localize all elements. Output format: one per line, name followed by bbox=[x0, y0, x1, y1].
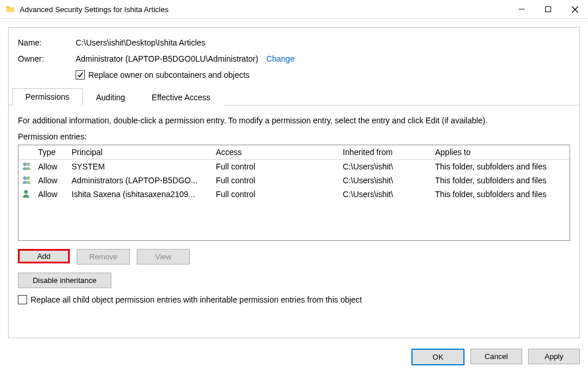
svg-point-2 bbox=[27, 163, 30, 166]
permission-grid: Type Principal Access Inherited from App… bbox=[18, 145, 570, 241]
cell-applies: This folder, subfolders and files bbox=[435, 176, 570, 185]
cell-inherited: C:\Users\ishit\ bbox=[343, 176, 435, 185]
titlebar: Advanced Security Settings for Ishita Ar… bbox=[0, 0, 588, 19]
cell-applies: This folder, subfolders and files bbox=[435, 162, 570, 171]
main-panel: Name: C:\Users\ishit\Desktop\Ishita Arti… bbox=[8, 27, 580, 338]
minimize-button[interactable] bbox=[508, 0, 535, 18]
window-title: Advanced Security Settings for Ishita Ar… bbox=[20, 5, 508, 14]
grid-header: Type Principal Access Inherited from App… bbox=[18, 145, 570, 160]
window-controls bbox=[508, 0, 588, 18]
disable-inheritance-button[interactable]: Disable inheritance bbox=[18, 273, 111, 288]
table-row[interactable]: AllowAdministrators (LAPTOP-B5DGO...Full… bbox=[18, 173, 570, 187]
tab-strip: Permissions Auditing Effective Access bbox=[9, 89, 579, 105]
maximize-button[interactable] bbox=[535, 0, 561, 18]
replace-child-checkbox[interactable] bbox=[18, 295, 27, 304]
col-principal-header[interactable]: Principal bbox=[72, 148, 216, 157]
svg-point-3 bbox=[23, 176, 27, 180]
cell-inherited: C:\Users\ishit\ bbox=[343, 190, 435, 199]
replace-owner-row: Replace owner on subcontainers and objec… bbox=[76, 70, 570, 80]
name-label: Name: bbox=[18, 38, 76, 47]
ok-button[interactable]: OK bbox=[411, 349, 465, 365]
entry-buttons: Add Remove View bbox=[18, 249, 570, 265]
cell-access: Full control bbox=[216, 176, 343, 185]
svg-rect-0 bbox=[546, 7, 551, 12]
tab-effective-access[interactable]: Effective Access bbox=[138, 89, 224, 105]
svg-point-4 bbox=[27, 176, 30, 180]
view-button: View bbox=[137, 249, 190, 265]
cell-inherited: C:\Users\ishit\ bbox=[343, 162, 435, 171]
name-row: Name: C:\Users\ishit\Desktop\Ishita Arti… bbox=[18, 38, 570, 47]
permission-entries-label: Permission entries: bbox=[18, 132, 570, 141]
close-button[interactable] bbox=[561, 0, 588, 18]
cancel-button[interactable]: Cancel bbox=[470, 349, 522, 364]
description-text: For additional information, double-click… bbox=[18, 116, 570, 125]
svg-point-5 bbox=[24, 190, 28, 193]
table-row[interactable]: AllowSYSTEMFull controlC:\Users\ishit\Th… bbox=[18, 160, 570, 173]
cell-access: Full control bbox=[216, 190, 343, 199]
apply-button[interactable]: Apply bbox=[528, 349, 580, 364]
cell-principal: SYSTEM bbox=[72, 162, 216, 171]
cell-type: Allow bbox=[38, 176, 72, 185]
table-row[interactable]: AllowIshita Saxena (ishitasaxena2109...F… bbox=[18, 187, 570, 201]
remove-button: Remove bbox=[77, 249, 130, 265]
replace-owner-label: Replace owner on subcontainers and objec… bbox=[88, 70, 249, 80]
col-type-header[interactable]: Type bbox=[38, 148, 72, 157]
add-button[interactable]: Add bbox=[18, 249, 70, 263]
owner-value: Administrator (LAPTOP-B5DGO0LU\Administr… bbox=[76, 54, 258, 63]
tab-auditing[interactable]: Auditing bbox=[83, 89, 138, 105]
col-inherited-header[interactable]: Inherited from bbox=[343, 148, 435, 157]
inheritance-row: Disable inheritance bbox=[18, 273, 570, 288]
svg-point-1 bbox=[23, 163, 27, 166]
col-applies-header[interactable]: Applies to bbox=[435, 148, 570, 157]
client-area: Name: C:\Users\ishit\Desktop\Ishita Arti… bbox=[0, 19, 588, 344]
col-access-header[interactable]: Access bbox=[216, 148, 343, 157]
change-owner-link[interactable]: Change bbox=[266, 54, 294, 63]
replace-child-label: Replace all child object permission entr… bbox=[31, 295, 362, 304]
cell-applies: This folder, subfolders and files bbox=[435, 190, 570, 199]
checkmark-icon bbox=[77, 72, 83, 78]
cell-access: Full control bbox=[216, 162, 343, 171]
owner-row: Owner: Administrator (LAPTOP-B5DGO0LU\Ad… bbox=[18, 54, 570, 63]
name-value: C:\Users\ishit\Desktop\Ishita Articles bbox=[76, 38, 205, 47]
cell-principal: Ishita Saxena (ishitasaxena2109... bbox=[72, 190, 216, 199]
cell-principal: Administrators (LAPTOP-B5DGO... bbox=[72, 176, 216, 185]
tab-permissions[interactable]: Permissions bbox=[12, 88, 83, 105]
cell-type: Allow bbox=[38, 162, 72, 171]
folder-icon bbox=[6, 5, 15, 14]
group-icon bbox=[22, 176, 38, 186]
cell-type: Allow bbox=[38, 190, 72, 199]
group-icon bbox=[22, 162, 38, 172]
dialog-footer: OK Cancel Apply bbox=[411, 349, 580, 365]
owner-label: Owner: bbox=[18, 54, 76, 63]
user-icon bbox=[22, 190, 38, 199]
replace-child-row: Replace all child object permission entr… bbox=[18, 295, 570, 304]
replace-owner-checkbox[interactable] bbox=[76, 70, 85, 80]
